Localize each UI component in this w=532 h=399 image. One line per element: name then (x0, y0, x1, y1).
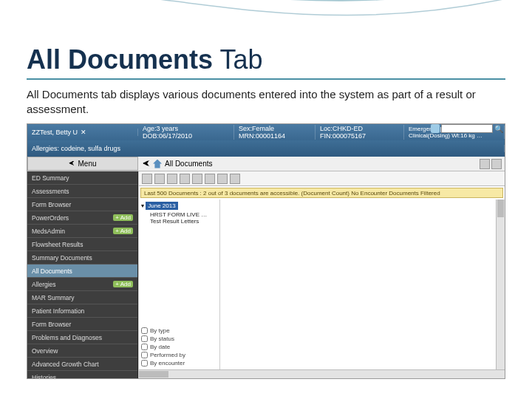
sidebar-item[interactable]: ED Summary (27, 171, 137, 185)
patient-loc-cell: Loc:CHKD-ED FIN:000075167 (316, 125, 404, 140)
tree-node[interactable]: HRST FORM LIVE … (141, 211, 217, 218)
patient-sex-cell: Sex:Female MRN:00001164 (234, 125, 316, 140)
patient-name-cell[interactable]: ZZTest, Betty U ✕ (27, 129, 138, 136)
patient-header-row2: Allergies: codeine, sulfa drugs (27, 140, 505, 157)
filter-checkbox[interactable] (141, 352, 148, 358)
filter-checkbox[interactable] (141, 335, 148, 342)
breadcrumb-back-icon[interactable]: ⮜ (143, 160, 150, 168)
sidebar-add-button[interactable]: + Add (113, 228, 133, 234)
filter-option[interactable]: By encounter (141, 359, 217, 367)
menu-row-right (480, 159, 505, 169)
sidebar-item-label: MAR Summary (32, 294, 75, 301)
toolbar-icon-5[interactable] (192, 174, 202, 184)
filter-label: By date (150, 344, 170, 350)
patient-name: ZZTest, Betty U (32, 129, 78, 136)
sidebar-item[interactable]: Patient Information (27, 304, 137, 318)
sidebar-item[interactable]: Allergies+ Add (27, 278, 137, 291)
filter-label: By status (150, 335, 174, 342)
toolbar-icon-4[interactable] (180, 174, 190, 184)
dob-label: DOB:06/17/2010 (143, 132, 229, 140)
sidebar-item[interactable]: Summary Documents (27, 251, 137, 265)
sidebar-item-label: MedsAdmin (32, 228, 65, 235)
filter-label: Performed by (150, 352, 185, 358)
sidebar-item-label: All Documents (32, 267, 72, 275)
documents-status-bar: Last 500 Documents : 2 out of 3 document… (140, 188, 503, 198)
toolbar-icon-8[interactable] (230, 174, 240, 184)
toolbar-icon-6[interactable] (205, 174, 215, 184)
sidebar-item[interactable]: Problems and Diagnoses (27, 331, 137, 344)
mrn-label: MRN:00001164 (239, 132, 310, 140)
search-icon[interactable]: 🔍 (494, 125, 503, 133)
sidebar-item-label: Patient Information (32, 307, 84, 315)
sidebar-item[interactable]: PowerOrders+ Add (27, 211, 137, 225)
sidebar-item-label: Assessments (32, 188, 69, 195)
sidebar-item[interactable]: Overview (27, 344, 137, 358)
filter-checkbox[interactable] (141, 344, 148, 350)
breadcrumb: ⮜ All Documents (138, 160, 216, 168)
menu-chevron-icon: ⮜ (69, 160, 75, 167)
sidebar-item-label: Form Browser (32, 201, 71, 208)
sidebar-item-label: Histories (32, 374, 56, 379)
sidebar-item[interactable]: MedsAdmin+ Add (27, 225, 137, 238)
allergies-text: Allergies: codeine, sulfa drugs (32, 145, 120, 152)
close-x-icon[interactable]: ✕ (81, 129, 86, 136)
tree-node[interactable]: Test Result Letters (141, 218, 217, 225)
sidebar-item-label: ED Summary (32, 174, 69, 182)
toolbar-icon-3[interactable] (167, 174, 177, 184)
sidebar-item[interactable]: Assessments (27, 185, 137, 198)
sidebar-add-button[interactable]: + Add (113, 214, 133, 221)
toolbar-icon-2[interactable] (154, 174, 165, 184)
tree-collapse-icon[interactable]: ▾ (141, 202, 144, 209)
toolbar-icon-1[interactable] (142, 174, 152, 184)
sidebar-item-label: Advanced Growth Chart (32, 361, 99, 368)
loc-label: Loc:CHKD-ED (320, 125, 399, 132)
sidebar-item[interactable]: Form Browser (27, 198, 137, 211)
sidebar-item[interactable]: Advanced Growth Chart (27, 358, 137, 371)
age-label: Age:3 years (143, 125, 229, 132)
filter-checkbox[interactable] (141, 327, 148, 334)
sidebar-item[interactable]: Form Browser (27, 318, 137, 331)
scrollbar-thumb[interactable] (139, 371, 168, 378)
allergies-cell[interactable]: Allergies: codeine, sulfa drugs (27, 145, 505, 152)
horizontal-scrollbar[interactable] (139, 369, 505, 378)
sidebar-item-label: Form Browser (32, 321, 71, 328)
filter-label: By encounter (150, 360, 185, 366)
filter-option[interactable]: By status (141, 335, 217, 343)
refresh-icon[interactable] (491, 159, 502, 169)
menu-button[interactable]: ⮜ Menu (27, 157, 138, 171)
slide-title-bold: All Documents (27, 44, 213, 75)
app-window: ZZTest, Betty U ✕ Age:3 years DOB:06/17/… (27, 123, 505, 379)
filter-label: By type (150, 327, 170, 334)
print-icon[interactable] (480, 159, 490, 169)
encounter-line2: Clinical(Dosing) Wt:16 kg … (409, 132, 499, 139)
main-panel: Last 500 Documents : 2 out of 3 document… (138, 171, 505, 378)
filter-option[interactable]: By date (141, 343, 217, 351)
slide-subtitle: All Documents tab displays various docum… (27, 87, 505, 116)
toolbar-icon-7[interactable] (217, 174, 228, 184)
menu-row: ⮜ Menu ⮜ All Documents (27, 157, 505, 171)
scrollbar-thumb[interactable] (497, 200, 504, 217)
sidebar-item[interactable]: Flowsheet Results (27, 238, 137, 251)
sidebar-item[interactable]: Histories (27, 371, 137, 378)
body-split: ED SummaryAssessmentsForm BrowserPowerOr… (27, 171, 505, 378)
preview-vertical-scrollbar[interactable] (496, 200, 505, 369)
documents-toolbar (139, 171, 505, 186)
sidebar-item[interactable]: All Documents (27, 265, 137, 278)
home-icon[interactable] (153, 160, 162, 168)
patient-header-row1: ZZTest, Betty U ✕ Age:3 years DOB:06/17/… (27, 124, 505, 140)
filter-option[interactable]: By type (141, 327, 217, 335)
filter-option[interactable]: Performed by (141, 351, 217, 359)
sidebar-item[interactable]: MAR Summary (27, 291, 137, 304)
sex-label: Sex:Female (239, 125, 310, 132)
sidebar-item-label: Problems and Diagnoses (32, 334, 102, 341)
status-text: Last 500 Documents : 2 out of 3 document… (144, 190, 440, 197)
sidebar-item-label: PowerOrders (32, 214, 69, 222)
sidebar: ED SummaryAssessmentsForm BrowserPowerOr… (27, 171, 138, 378)
filter-checkbox[interactable] (141, 360, 148, 366)
patient-search-input[interactable] (441, 124, 493, 133)
recent-icon[interactable] (431, 124, 440, 133)
sidebar-add-button[interactable]: + Add (113, 281, 133, 287)
tree-root[interactable]: June 2013 (146, 202, 177, 210)
slide-title: All Documents Tab (27, 44, 505, 80)
sidebar-item-label: Overview (32, 347, 58, 355)
